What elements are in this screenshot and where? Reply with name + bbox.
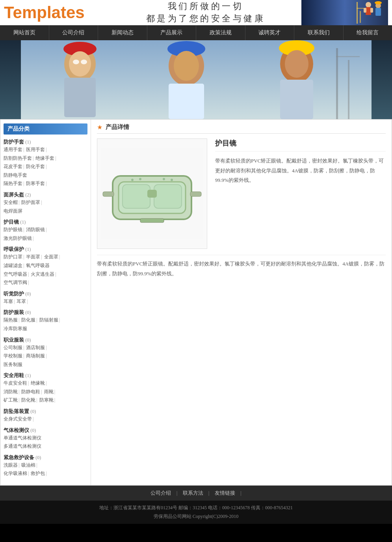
cat-link[interactable]: 空气调节阀: [4, 280, 27, 285]
cat-link[interactable]: 耳罩: [17, 299, 26, 304]
category-name-shoes[interactable]: 安全用鞋 (1): [4, 372, 87, 379]
cat-link[interactable]: 全身式安全带: [4, 416, 32, 422]
slogan-line1: 我 们 所 做 的 一 切: [108, 0, 301, 13]
cat-link[interactable]: 绝缘手套: [35, 155, 54, 161]
cat-link[interactable]: 牛皮安全鞋: [4, 380, 27, 386]
cat-link[interactable]: 商场制服: [26, 353, 45, 359]
slogan-line2: 都 是 为 了 您 的 安 全 与 健 康: [108, 13, 301, 25]
cat-link[interactable]: 电焊面屏: [4, 208, 22, 214]
nav-item-about[interactable]: 公司介绍: [49, 25, 98, 40]
cat-link[interactable]: 防护面罩: [21, 200, 40, 205]
cat-link[interactable]: 隔热服: [4, 317, 18, 323]
svg-rect-10: [375, 8, 381, 16]
category-group-gloves: 防护手套 (1) 通用手套| 医用手套| 防割防热手套| 绝缘手套| 花皮手套|…: [4, 138, 87, 188]
svg-rect-6: [366, 7, 371, 15]
cat-link[interactable]: 雨靴: [44, 389, 54, 394]
cat-link[interactable]: 洗眼器: [4, 462, 18, 468]
cat-link[interactable]: 多通道气体检测仪: [4, 443, 41, 449]
cat-link[interactable]: 防寒手套: [26, 181, 45, 186]
main-content: 产品分类 防护手套 (1) 通用手套| 医用手套| 防割防热手套| 绝缘手套| …: [0, 119, 392, 486]
cat-link[interactable]: 滤罐滤盒: [4, 263, 22, 268]
nav-item-news[interactable]: 新闻动态: [98, 25, 147, 40]
category-name-gas[interactable]: 气体检测仪 (0): [4, 427, 87, 434]
category-name-clothing[interactable]: 防护服装 (0): [4, 309, 87, 316]
cat-link[interactable]: 耳塞: [4, 299, 13, 304]
nav-item-home[interactable]: 网站首页: [0, 25, 49, 40]
nav-item-jobs[interactable]: 诚聘英才: [245, 25, 295, 40]
cat-link[interactable]: 单通道气体检测仪: [4, 435, 41, 441]
sidebar: 产品分类 防护手套 (1) 通用手套| 医用手套| 防割防热手套| 绝缘手套| …: [0, 120, 91, 485]
nav-item-policy[interactable]: 政策法规: [196, 25, 245, 40]
footer-link-links[interactable]: 友情链接: [215, 490, 235, 496]
cat-link[interactable]: 空气呼吸器: [4, 271, 27, 277]
nav-item-products[interactable]: 产品展示: [147, 25, 197, 40]
nav-item-contact[interactable]: 联系我们: [294, 25, 344, 40]
header-banner-image: [301, 0, 388, 25]
cat-link[interactable]: 安全帽: [4, 200, 18, 205]
star-icon: ★: [97, 123, 102, 131]
svg-point-39: [139, 178, 141, 180]
footer-bottom: 地址：浙江省某某市某某路有01234号 邮编：312345 电话：000-123…: [0, 501, 392, 524]
header: Templates 我 们 所 做 的 一 切 都 是 为 了 您 的 安 全 …: [0, 0, 392, 25]
cat-link[interactable]: 激光防护眼镜: [4, 235, 32, 241]
footer-sep-3: |: [240, 490, 242, 496]
cat-link[interactable]: 防化服: [21, 317, 35, 323]
cat-link[interactable]: 氧气呼吸器: [26, 263, 50, 268]
svg-point-38: [131, 179, 134, 181]
banner-svg: [301, 0, 388, 25]
cat-link[interactable]: 防寒靴: [39, 397, 54, 403]
category-name-gloves[interactable]: 防护手套 (1): [4, 138, 87, 146]
cat-link[interactable]: 火灾逃生器: [31, 271, 54, 277]
category-name-fall[interactable]: 防坠落装置 (0): [4, 408, 87, 415]
cat-link[interactable]: 防护口罩: [4, 254, 22, 260]
category-group-clothing: 防护服装 (0) 隔热服| 防化服| 防辐射服| 冷库防寒服: [4, 309, 87, 333]
cat-link[interactable]: 绝缘靴: [31, 380, 45, 386]
svg-point-5: [366, 2, 371, 7]
cat-link[interactable]: 隔热手套: [4, 181, 22, 186]
cat-link[interactable]: 矿工靴: [4, 397, 18, 403]
cat-link[interactable]: 医用手套: [26, 147, 45, 152]
cat-link[interactable]: 酒店制服: [26, 345, 45, 350]
category-group-breathing: 呼吸保护 (1) 防护口罩| 半面罩| 全面罩| 滤罐滤盒| 氧气呼吸器 空气呼…: [4, 246, 87, 287]
slogan: 我 们 所 做 的 一 切 都 是 为 了 您 的 安 全 与 健 康: [108, 0, 301, 25]
cat-link[interactable]: 公司制服: [4, 345, 22, 350]
category-name-breathing[interactable]: 呼吸保护 (1): [4, 246, 87, 253]
cat-link[interactable]: 防护眼镜: [4, 227, 22, 232]
cat-link[interactable]: 消防眼镜: [26, 227, 45, 232]
category-group-uniform: 职业服装 (0) 公司制服| 酒店制服| 学校制服| 商场制服| 医务制服: [4, 336, 87, 369]
product-image-container: [97, 138, 207, 249]
category-name-emergency[interactable]: 紧急救护设备 (0): [4, 454, 87, 461]
cat-link[interactable]: 防辐射服: [39, 317, 58, 323]
cat-link[interactable]: 学校制服: [4, 353, 22, 359]
cat-link[interactable]: 冷库防寒服: [4, 326, 27, 331]
cat-link[interactable]: 医务制服: [4, 362, 22, 367]
cat-link[interactable]: 半面罩: [26, 254, 40, 260]
category-name-goggles[interactable]: 护目镜 (1): [4, 219, 87, 226]
category-name-headgear[interactable]: 面屏头盔 (2): [4, 191, 87, 198]
footer-link-about[interactable]: 公司介绍: [150, 490, 171, 496]
footer-link-contact[interactable]: 联系方法: [183, 490, 203, 496]
cat-link[interactable]: 防静电鞋: [21, 389, 40, 394]
footer-sep-2: |: [208, 490, 210, 496]
svg-rect-27: [336, 48, 338, 119]
logo[interactable]: Templates: [4, 3, 108, 22]
category-name-uniform[interactable]: 职业服装 (0): [4, 336, 87, 344]
cat-link[interactable]: 防割防热手套: [4, 155, 32, 161]
cat-link[interactable]: 通用手套: [4, 147, 22, 152]
cat-link[interactable]: 防化手套: [26, 164, 45, 169]
svg-rect-4: [360, 11, 361, 23]
cat-link[interactable]: 救护包: [31, 471, 45, 476]
cat-link[interactable]: 全面罩: [44, 254, 58, 260]
svg-point-11: [375, 1, 382, 4]
cat-link[interactable]: 花皮手套: [4, 164, 22, 169]
category-name-hearing[interactable]: 听觉防护 (0): [4, 290, 87, 297]
cat-link[interactable]: 消防靴: [4, 389, 18, 394]
cat-link[interactable]: 吸油棉: [21, 462, 35, 468]
nav-item-message[interactable]: 给我留言: [344, 25, 392, 40]
sidebar-title-text: 产品分类: [7, 125, 30, 133]
cat-link[interactable]: 防静电手套: [4, 172, 27, 178]
category-group-goggles: 护目镜 (1) 防护眼镜| 消防眼镜| 激光防护眼镜|: [4, 219, 87, 243]
svg-rect-2: [357, 2, 358, 24]
cat-link[interactable]: 防化靴: [21, 397, 35, 403]
cat-link[interactable]: 化学吸液棉: [4, 471, 27, 476]
